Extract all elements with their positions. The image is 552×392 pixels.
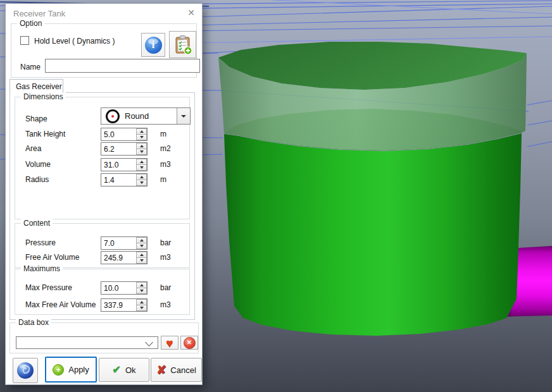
heart-icon: ♥ — [166, 337, 173, 349]
info-icon-glyph: i — [152, 40, 154, 50]
spin-up-icon — [140, 239, 144, 242]
spin-down-button[interactable] — [136, 288, 147, 294]
databox-group: Data box ♥ ✕ — [9, 322, 199, 353]
max-pressure-input[interactable] — [101, 282, 135, 294]
tank-height-label: Tank Height — [25, 130, 65, 138]
cancel-button[interactable]: ✘ Cancel — [151, 358, 202, 382]
spin-down-button[interactable] — [136, 243, 147, 249]
apply-plus-glyph: + — [56, 365, 61, 374]
max-pressure-unit: bar — [160, 283, 171, 292]
ok-button[interactable]: ✔ Ok — [99, 358, 149, 382]
spin-down-button[interactable] — [136, 180, 147, 186]
max-pressure-field — [101, 281, 147, 295]
spin-down-button[interactable] — [136, 149, 147, 155]
tank-height-unit: m — [160, 130, 166, 138]
dimensions-group-label: Dimensions — [21, 92, 66, 101]
tank-liquid-body[interactable] — [224, 133, 522, 336]
delete-icon-glyph: ✕ — [187, 340, 192, 346]
tank-3d-object[interactable] — [218, 42, 527, 336]
databox-combobox[interactable] — [16, 336, 158, 349]
name-label: Name — [20, 63, 41, 71]
receiver-tank-dialog: Receiver Tank ✕ Option Hold Level ( Dyna… — [5, 3, 203, 385]
name-input[interactable] — [46, 59, 199, 72]
free-air-volume-spinner — [136, 252, 147, 264]
databox-group-label: Data box — [16, 318, 51, 327]
cancel-button-label: Cancel — [170, 365, 196, 375]
tank-height-field — [101, 128, 147, 141]
delete-icon: ✕ — [184, 337, 196, 349]
remove-databox-button[interactable]: ✕ — [180, 336, 198, 350]
shape-dropdown-button[interactable] — [177, 108, 190, 124]
shape-label: Shape — [25, 114, 47, 123]
free-air-volume-label: Free Air Volume — [25, 253, 79, 262]
volume-label: Volume — [25, 160, 51, 169]
info-button[interactable]: i — [141, 33, 165, 57]
area-unit: m2 — [160, 144, 171, 153]
spin-down-icon — [140, 290, 144, 292]
ok-button-label: Ok — [125, 365, 136, 375]
pressure-field — [101, 236, 147, 250]
max-pressure-label: Max Pressure — [25, 283, 72, 292]
chevron-down-icon — [145, 338, 153, 346]
spin-up-icon — [140, 176, 144, 178]
spin-down-icon — [140, 307, 144, 309]
pressure-label: Pressure — [25, 238, 56, 247]
spin-up-icon — [140, 130, 144, 133]
dialog-title: Receiver Tank — [13, 9, 65, 18]
spin-up-button[interactable] — [136, 299, 147, 305]
pressure-spinner — [136, 237, 147, 249]
shape-value: Round — [125, 111, 149, 121]
spin-up-button[interactable] — [136, 237, 147, 243]
spin-down-button[interactable] — [136, 258, 147, 264]
hold-level-checkbox[interactable] — [20, 36, 29, 45]
tank-height-input[interactable] — [101, 128, 135, 140]
pressure-input[interactable] — [101, 237, 135, 249]
spin-up-button[interactable] — [136, 159, 147, 165]
area-input[interactable] — [101, 143, 135, 155]
info-icon: i — [145, 37, 162, 54]
spin-up-button[interactable] — [136, 143, 147, 149]
radius-unit: m — [160, 175, 166, 184]
spin-down-button[interactable] — [136, 165, 147, 171]
spin-down-icon — [140, 166, 144, 169]
apply-button-label: Apply — [68, 365, 89, 374]
favorite-button[interactable]: ♥ — [161, 336, 179, 350]
option-group-label: Option — [17, 19, 44, 28]
volume-spinner — [136, 159, 147, 171]
add-datasheet-button[interactable] — [169, 31, 196, 58]
apply-button[interactable]: + Apply — [45, 357, 97, 383]
max-free-air-volume-input[interactable] — [101, 299, 135, 311]
spin-down-button[interactable] — [136, 135, 147, 140]
spin-up-button[interactable] — [136, 174, 147, 180]
close-icon[interactable]: ✕ — [187, 8, 195, 17]
spin-down-button[interactable] — [136, 305, 147, 311]
content-group: Content Pressure bar Free Air Volume m3 — [15, 223, 190, 268]
spin-down-icon — [140, 245, 144, 247]
volume-input[interactable] — [101, 159, 135, 171]
clipboard-add-icon — [173, 35, 192, 55]
spin-up-button[interactable] — [136, 252, 147, 258]
help-sphere-button[interactable] — [13, 358, 38, 383]
max-free-air-volume-field — [101, 298, 147, 312]
tank-height-spinner — [136, 128, 147, 140]
spin-up-button[interactable] — [136, 282, 147, 288]
tab-gas-receiver[interactable]: Gas Receiver — [9, 79, 63, 93]
pressure-unit: bar — [160, 238, 171, 247]
spin-down-icon — [140, 150, 144, 153]
shape-combobox[interactable]: Round — [101, 107, 191, 125]
hold-level-label: Hold Level ( Dynamics ) — [34, 37, 115, 46]
max-free-air-volume-spinner — [136, 299, 147, 311]
apply-plus-icon: + — [53, 364, 64, 376]
round-shape-dot — [111, 115, 114, 118]
name-input-wrap — [45, 59, 200, 73]
max-free-air-volume-label: Max Free Air Volume — [25, 300, 96, 309]
free-air-volume-input[interactable] — [101, 252, 135, 264]
radius-input[interactable] — [101, 174, 135, 186]
spin-up-button[interactable] — [136, 128, 147, 135]
spin-up-icon — [140, 145, 144, 147]
dimensions-group: Dimensions Shape Round Tank Height m Are… — [15, 97, 190, 219]
spin-down-icon — [140, 136, 144, 138]
maximums-group: Maximums Max Pressure bar Max Free Air V… — [15, 269, 190, 315]
databox-input[interactable] — [16, 337, 145, 350]
option-group: Option Hold Level ( Dynamics ) i Name — [11, 23, 197, 78]
